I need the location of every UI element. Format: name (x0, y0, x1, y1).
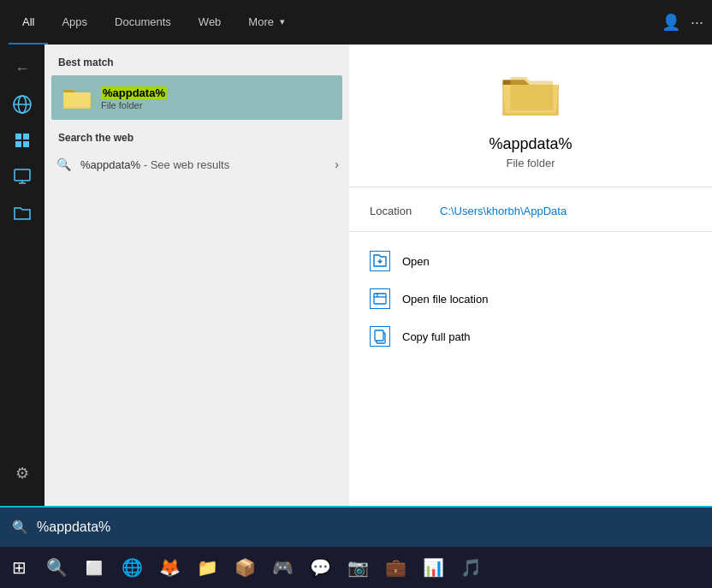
monitor-icon[interactable] (7, 161, 38, 192)
chevron-down-icon: ▾ (280, 16, 285, 27)
svg-rect-3 (15, 134, 21, 140)
back-icon[interactable]: ← (7, 53, 38, 84)
result-item-text: %appdata% File folder (101, 85, 167, 110)
web-search-item[interactable]: 🔍 %appdata% - See web results › (44, 151, 349, 178)
search-input[interactable] (37, 520, 700, 535)
result-folder-icon (62, 82, 92, 113)
game-icon[interactable]: 🎮 (264, 547, 301, 588)
search-box-icon: 🔍 (12, 520, 28, 535)
music-icon[interactable]: 🎵 (452, 547, 490, 588)
result-item-name: %appdata% (101, 86, 167, 99)
store-icon[interactable] (7, 125, 38, 156)
tab-documents[interactable]: Documents (101, 0, 185, 45)
search-box-bar: 🔍 (0, 506, 712, 547)
start-button[interactable]: ⊞ (0, 547, 38, 588)
folder-side-icon[interactable] (7, 197, 38, 228)
copy-full-path-label: Copy full path (402, 330, 471, 343)
best-match-label: Best match (44, 45, 349, 75)
tab-all[interactable]: All (9, 0, 48, 45)
tab-web[interactable]: Web (185, 0, 235, 45)
detail-folder-icon (500, 70, 561, 122)
location-value[interactable]: C:\Users\khorbh\AppData (440, 205, 567, 217)
svg-rect-12 (374, 294, 386, 304)
open-label: Open (402, 255, 430, 268)
taskbar: ⊞ 🔍 ⬜ 🌐 🦊 📁 📦 🎮 💬 📷 💼 📊 🎵 (0, 547, 712, 588)
camera-icon[interactable]: 📷 (339, 547, 377, 588)
chat-icon[interactable]: 💬 (301, 547, 339, 588)
web-search-label: Search the web (44, 120, 349, 151)
detail-name: %appdata% (489, 135, 572, 153)
results-panel: Best match %appdata% File folder Search … (44, 45, 349, 506)
briefcase-icon[interactable]: 💼 (377, 547, 414, 588)
nav-right: 👤 ··· (662, 13, 703, 32)
gear-icon[interactable]: ⚙ (7, 458, 38, 489)
svg-rect-6 (23, 141, 29, 147)
svg-rect-16 (375, 330, 383, 341)
edge-icon[interactable]: 🌐 (113, 547, 151, 588)
action-open-file-location[interactable]: Open file location (349, 280, 712, 318)
svg-rect-7 (15, 169, 30, 181)
detail-actions: Open Open file location (349, 239, 712, 359)
best-match-item[interactable]: %appdata% File folder (51, 75, 342, 120)
detail-type: File folder (506, 157, 555, 169)
result-item-type: File folder (101, 100, 167, 110)
file-location-label: Open file location (402, 293, 488, 306)
action-open[interactable]: Open (349, 242, 712, 280)
person-icon[interactable]: 👤 (662, 13, 680, 32)
package-icon[interactable]: 📦 (226, 547, 264, 588)
main-area: Best match %appdata% File folder Search … (44, 45, 712, 506)
arrow-right-icon: › (335, 157, 339, 171)
divider-2 (349, 231, 712, 232)
svg-rect-5 (15, 141, 21, 147)
copy-path-icon (370, 326, 390, 347)
world-icon[interactable] (7, 89, 38, 120)
chart-icon[interactable]: 📊 (414, 547, 452, 588)
detail-location: Location C:\Users\khorbh\AppData (349, 198, 712, 224)
tab-more[interactable]: More ▾ (234, 0, 299, 45)
file-explorer-icon[interactable]: 📁 (188, 547, 226, 588)
open-icon (370, 251, 390, 271)
web-search-text: %appdata% - See web results (80, 158, 326, 171)
svg-rect-4 (23, 134, 29, 140)
detail-panel: %appdata% File folder Location C:\Users\… (349, 45, 712, 506)
tab-apps[interactable]: Apps (48, 0, 101, 45)
task-view-button[interactable]: ⬜ (75, 547, 113, 588)
firefox-icon[interactable]: 🦊 (151, 547, 188, 588)
ellipsis-icon[interactable]: ··· (691, 14, 703, 32)
search-icon: 🔍 (55, 157, 72, 171)
sidebar-strip: ← ⚙ (0, 45, 44, 506)
divider-1 (349, 187, 712, 187)
action-copy-full-path[interactable]: Copy full path (349, 318, 712, 355)
location-label: Location (370, 205, 430, 217)
file-location-icon (370, 288, 390, 309)
top-nav: All Apps Documents Web More ▾ 👤 ··· (0, 0, 712, 45)
detail-icon-area (500, 45, 561, 135)
taskbar-search[interactable]: 🔍 (38, 547, 75, 588)
